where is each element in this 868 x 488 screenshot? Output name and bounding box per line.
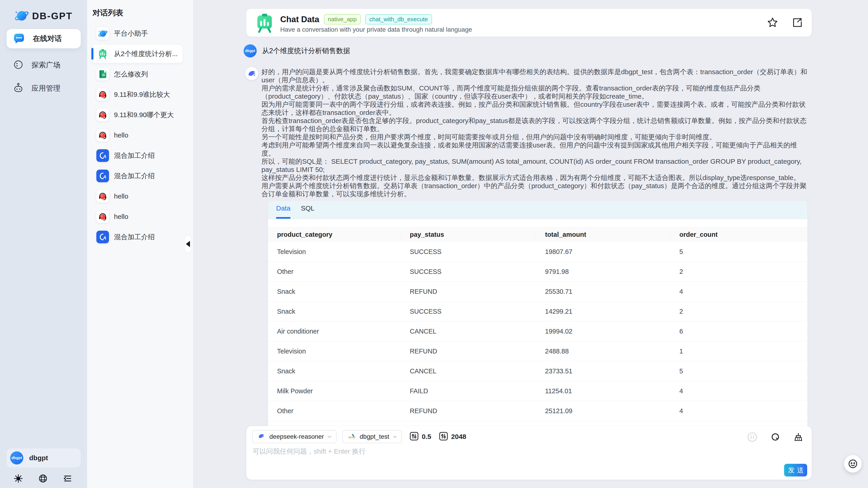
assistant-paragraph: 首先检查transaction_order表是否包含足够的字段。product_…: [261, 117, 807, 133]
conversation-label: hello: [114, 192, 128, 200]
user-profile[interactable]: dbgpt dbgpt: [6, 449, 81, 467]
collapse-sidebar-icon[interactable]: [63, 474, 72, 483]
blue-ca-icon: A: [96, 170, 109, 182]
cell: SUCCESS: [401, 308, 536, 315]
app-description: Have a conversation with your private da…: [280, 26, 472, 33]
user-avatar: dbgpt: [10, 451, 23, 464]
composer-card: deepseek-reasoner MySQL dbgpt_test: [246, 426, 812, 480]
pause-icon: [747, 432, 757, 442]
assistant-paragraph: 用户的需求是统计分析，通常涉及聚合函数如SUM、COUNT等，而两个维度可能是指…: [261, 84, 807, 100]
tab-data[interactable]: Data: [276, 205, 290, 219]
cell: 25530.71: [536, 288, 670, 295]
assistant-whale-avatar: [245, 67, 258, 80]
user-message-avatar: dbgpt: [244, 44, 257, 57]
conversation-item[interactable]: 9.11和9.90哪个更大: [92, 106, 183, 124]
table-header-row: product_category pay_status total_amount…: [268, 227, 807, 242]
cell: 25121.09: [536, 407, 670, 415]
cell: CANCEL: [401, 367, 536, 375]
assistant-paragraph: 用户需要从两个维度统计分析销售数据。交易订单表（transaction_orde…: [261, 182, 807, 198]
favorite-star-icon[interactable]: [767, 17, 778, 28]
clear-broom-icon[interactable]: [793, 432, 804, 442]
share-export-icon[interactable]: [791, 17, 803, 28]
assistant-paragraph: 这样按产品分类和付款状态两个维度进行统计，显示总金额和订单数量。数据展示方式适合…: [261, 174, 807, 182]
conversation-label: 平台小助手: [114, 29, 148, 38]
conversation-item[interactable]: hello: [92, 126, 183, 144]
panel-collapse-handle[interactable]: [185, 235, 191, 253]
chat-input[interactable]: [253, 447, 773, 467]
conversation-item[interactable]: hello: [92, 208, 183, 226]
conversation-label: hello: [114, 213, 128, 220]
cell: Television: [268, 347, 401, 355]
cell: FAILD: [401, 387, 536, 395]
max-tokens-value: 2048: [451, 433, 466, 440]
cell: 1: [670, 347, 807, 355]
assistant-paragraph: 因为用户可能需要同一表中的两个字段进行分组，或者跨表连接。例如，按产品分类和国家…: [261, 100, 807, 117]
assistant-paragraph: 好的，用户的问题是要从两个维度统计分析销售数据。首先，我需要确定数据库中有哪些相…: [261, 68, 807, 84]
conversation-item[interactable]: hello: [92, 187, 183, 205]
page-title: Chat Data: [280, 15, 319, 24]
cell: 11254.01: [536, 387, 670, 395]
cell: Snack: [268, 308, 401, 315]
sidebar-item-explore[interactable]: 探索广场: [6, 55, 81, 75]
explore-icon: [13, 59, 24, 71]
chart-board-icon: [96, 48, 109, 60]
cell: 4: [670, 387, 807, 395]
sidebar-item-app-management[interactable]: 应用管理: [6, 79, 81, 98]
cell: 9791.98: [536, 268, 670, 275]
feedback-smiley-button[interactable]: [844, 455, 862, 472]
left-sidebar: DB-GPT 在线对话: [0, 0, 87, 488]
table-row: TelevisionREFUND2488.881: [268, 341, 807, 361]
result-table: product_category pay_status total_amount…: [268, 219, 807, 441]
conversation-item[interactable]: A 混合加工介绍: [92, 167, 183, 185]
result-tabs: Data SQL: [268, 201, 807, 219]
column-header: product_category: [268, 230, 401, 239]
blue-ca-icon: A: [96, 149, 109, 162]
cell: 4: [670, 407, 807, 415]
cell: 19807.67: [536, 248, 670, 255]
main-content: Chat Data native_app chat_with_db_execut…: [193, 0, 868, 488]
svg-text:A: A: [103, 174, 106, 179]
conversation-item[interactable]: A 混合加工介绍: [92, 228, 183, 246]
column-header: order_count: [670, 230, 807, 239]
cell: 23733.51: [536, 367, 670, 375]
conversation-item[interactable]: 9.11和9.9谁比较大: [92, 86, 183, 103]
sidebar-item-online-chat[interactable]: 在线对话: [6, 29, 81, 49]
conversation-label: 9.11和9.90哪个更大: [114, 110, 174, 120]
app-root: DB-GPT 在线对话: [0, 0, 868, 488]
max-tokens-control[interactable]: 2048: [439, 432, 466, 441]
database-name: dbgpt_test: [360, 433, 389, 440]
blue-ca-icon: A: [96, 231, 109, 243]
conversation-label: hello: [114, 131, 128, 139]
cell: Other: [268, 407, 401, 415]
sliders-icon: [410, 432, 418, 441]
conversation-item-active[interactable]: 从2个维度统计分析...: [92, 45, 183, 63]
collapse-left-arrow-icon: [186, 241, 190, 247]
conversation-item[interactable]: 平台小助手: [92, 24, 183, 42]
table-row: Milk PowderFAILD11254.014: [268, 381, 807, 401]
cell: CANCEL: [401, 328, 536, 335]
model-selector[interactable]: deepseek-reasoner: [252, 430, 337, 443]
cell: SUCCESS: [401, 268, 536, 275]
conversation-item[interactable]: 怎么修改列: [92, 65, 183, 83]
dbgpt-planet-icon: [14, 8, 29, 24]
conversation-item[interactable]: A 混合加工介绍: [92, 147, 183, 164]
database-selector[interactable]: MySQL dbgpt_test: [342, 430, 402, 443]
theme-sun-icon[interactable]: [14, 474, 23, 483]
user-message-text: 从2个维度统计分析销售数据: [262, 46, 350, 56]
deepseek-whale-icon: [257, 431, 266, 442]
cell: Other: [268, 268, 401, 275]
temperature-value: 0.5: [422, 433, 431, 440]
svg-text:MySQL: MySQL: [349, 436, 356, 438]
table-row: SnackREFUND25530.714: [268, 282, 807, 302]
app-logo[interactable]: DB-GPT: [14, 8, 72, 24]
regenerate-icon[interactable]: [770, 432, 780, 442]
chat-bubble-icon: [13, 32, 25, 45]
send-button[interactable]: 发送: [784, 464, 807, 477]
cell: 2: [670, 268, 807, 275]
red-headset-icon: [96, 109, 109, 121]
tab-sql[interactable]: SQL: [301, 205, 314, 217]
table-row: TelevisionSUCCESS19807.675: [268, 242, 807, 262]
cell: 2488.88: [536, 347, 670, 355]
language-globe-icon[interactable]: [38, 474, 48, 483]
temperature-control[interactable]: 0.5: [410, 432, 431, 441]
